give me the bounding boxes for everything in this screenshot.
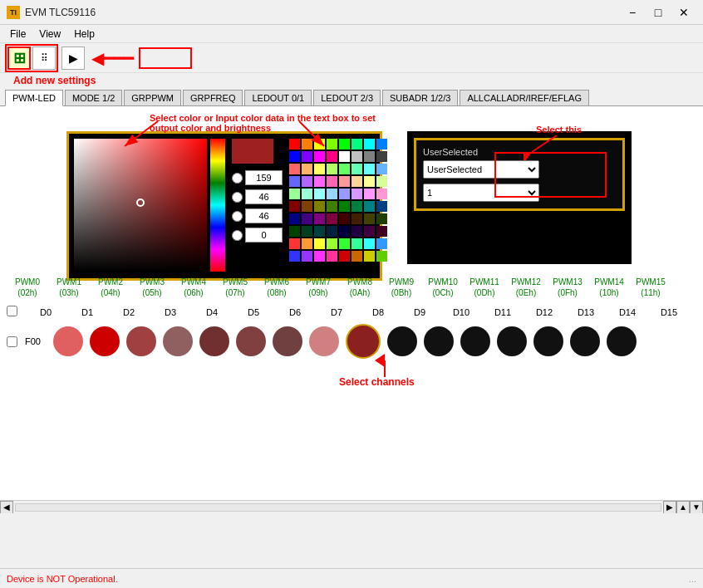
color-swatch[interactable] bbox=[314, 251, 325, 262]
color-swatch[interactable] bbox=[339, 201, 350, 212]
color-dot[interactable] bbox=[53, 326, 83, 356]
color-swatch[interactable] bbox=[352, 189, 362, 199]
color-swatch[interactable] bbox=[302, 189, 312, 199]
color-value-3[interactable] bbox=[245, 208, 283, 223]
color-swatch[interactable] bbox=[289, 139, 300, 149]
color-dot[interactable] bbox=[199, 326, 229, 356]
color-swatch[interactable] bbox=[339, 238, 350, 249]
new-settings-button[interactable]: ⊞ bbox=[7, 47, 31, 70]
color-swatch[interactable] bbox=[314, 189, 325, 199]
color-value-1[interactable] bbox=[245, 170, 283, 185]
scroll-right-button[interactable]: ▶ bbox=[663, 501, 676, 514]
color-swatch[interactable] bbox=[289, 189, 300, 199]
color-swatch[interactable] bbox=[364, 139, 375, 149]
color-dot[interactable] bbox=[346, 324, 381, 359]
menu-view[interactable]: View bbox=[32, 27, 67, 42]
tab-pwm-led[interactable]: PWM-LED bbox=[5, 90, 63, 106]
color-swatch[interactable] bbox=[314, 164, 325, 174]
color-swatch[interactable] bbox=[302, 238, 312, 249]
color-swatch[interactable] bbox=[364, 213, 375, 224]
minimize-button[interactable]: − bbox=[620, 4, 645, 21]
color-swatch[interactable] bbox=[289, 201, 300, 212]
color-swatch[interactable] bbox=[302, 213, 312, 224]
menu-help[interactable]: Help bbox=[67, 27, 101, 42]
color-swatch[interactable] bbox=[302, 151, 312, 162]
device-dropdown[interactable]: UserSelected bbox=[423, 160, 539, 179]
color-dot[interactable] bbox=[497, 326, 527, 356]
color-swatch[interactable] bbox=[289, 251, 300, 262]
color-swatch[interactable] bbox=[364, 251, 375, 262]
color-swatch[interactable] bbox=[339, 251, 350, 262]
color-swatch[interactable] bbox=[376, 201, 387, 212]
scroll-up-button[interactable]: ▲ bbox=[676, 501, 690, 514]
color-dot[interactable] bbox=[273, 326, 302, 356]
color-value-2[interactable] bbox=[245, 189, 283, 204]
scroll-track[interactable] bbox=[15, 503, 661, 512]
tab-mode12[interactable]: MODE 1/2 bbox=[65, 90, 122, 105]
color-swatch[interactable] bbox=[364, 151, 375, 162]
color-swatch[interactable] bbox=[339, 151, 350, 162]
color-swatch[interactable] bbox=[302, 139, 312, 149]
color-swatch[interactable] bbox=[352, 139, 362, 149]
tab-ledout01[interactable]: LEDOUT 0/1 bbox=[244, 90, 312, 105]
color-swatch[interactable] bbox=[327, 213, 337, 224]
color-swatch[interactable] bbox=[314, 238, 325, 249]
radio-s[interactable] bbox=[232, 192, 243, 203]
color-swatch[interactable] bbox=[352, 238, 362, 249]
tab-ledout23[interactable]: LEDOUT 2/3 bbox=[313, 90, 381, 105]
color-swatch[interactable] bbox=[289, 226, 300, 237]
color-swatch[interactable] bbox=[302, 201, 312, 212]
color-swatch[interactable] bbox=[339, 139, 350, 149]
maximize-button[interactable]: □ bbox=[646, 4, 671, 21]
color-swatch[interactable] bbox=[327, 226, 337, 237]
color-dot[interactable] bbox=[570, 326, 600, 356]
tab-grpfreq[interactable]: GRPFREQ bbox=[183, 90, 243, 105]
radio-h[interactable] bbox=[232, 173, 243, 184]
color-swatch[interactable] bbox=[352, 151, 362, 162]
color-swatch[interactable] bbox=[289, 151, 300, 162]
color-dot[interactable] bbox=[126, 326, 156, 356]
device-number-select[interactable]: 1 bbox=[423, 184, 539, 202]
color-swatch[interactable] bbox=[327, 238, 337, 249]
color-swatch[interactable] bbox=[376, 189, 387, 199]
color-swatch[interactable] bbox=[314, 201, 325, 212]
color-swatch[interactable] bbox=[364, 164, 375, 174]
color-dot[interactable] bbox=[533, 326, 563, 356]
color-swatch[interactable] bbox=[339, 164, 350, 174]
color-swatch[interactable] bbox=[376, 251, 387, 262]
add-settings-link[interactable]: Add new settings bbox=[7, 73, 102, 88]
color-swatch[interactable] bbox=[327, 176, 337, 187]
color-dot[interactable] bbox=[236, 326, 266, 356]
color-swatch[interactable] bbox=[314, 139, 325, 149]
scroll-left-button[interactable]: ◀ bbox=[0, 501, 13, 514]
color-dot[interactable] bbox=[424, 326, 454, 356]
menu-file[interactable]: File bbox=[3, 27, 32, 42]
color-swatch[interactable] bbox=[352, 213, 362, 224]
radio-a[interactable] bbox=[232, 230, 243, 241]
color-swatch[interactable] bbox=[289, 176, 300, 187]
color-swatch[interactable] bbox=[289, 238, 300, 249]
color-dot[interactable] bbox=[309, 326, 339, 356]
color-dot[interactable] bbox=[460, 326, 490, 356]
color-swatch[interactable] bbox=[327, 139, 337, 149]
color-swatch[interactable] bbox=[364, 226, 375, 237]
tab-grppwm[interactable]: GRPPWM bbox=[124, 90, 181, 105]
play-button[interactable]: ▶ bbox=[61, 47, 85, 70]
color-dot[interactable] bbox=[387, 326, 417, 356]
color-swatch[interactable] bbox=[327, 189, 337, 199]
color-swatch[interactable] bbox=[327, 251, 337, 262]
color-swatch[interactable] bbox=[302, 176, 312, 187]
row-checkbox[interactable] bbox=[7, 336, 17, 347]
color-swatch[interactable] bbox=[289, 164, 300, 174]
color-swatch[interactable] bbox=[376, 164, 387, 174]
color-swatch[interactable] bbox=[352, 226, 362, 237]
color-swatch[interactable] bbox=[376, 139, 387, 149]
color-swatch[interactable] bbox=[302, 164, 312, 174]
color-swatch[interactable] bbox=[376, 213, 387, 224]
d-all-checkbox[interactable] bbox=[7, 306, 17, 316]
color-swatch[interactable] bbox=[376, 226, 387, 237]
color-swatch[interactable] bbox=[302, 226, 312, 237]
color-swatch[interactable] bbox=[376, 238, 387, 249]
color-dot[interactable] bbox=[90, 326, 120, 356]
color-swatch[interactable] bbox=[352, 164, 362, 174]
